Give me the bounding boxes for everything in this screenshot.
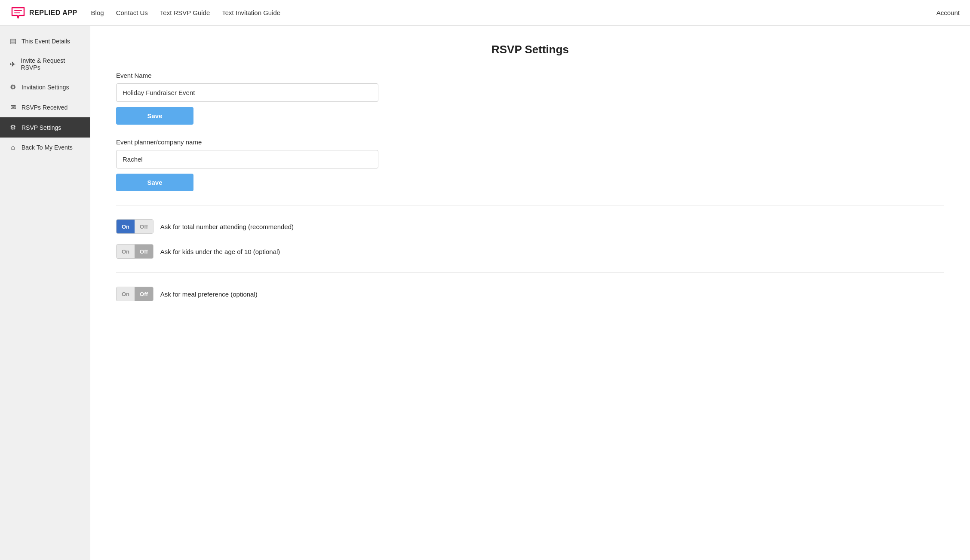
main-content: RSVP Settings Event Name Save Event plan… — [90, 26, 970, 560]
send-icon: ✈ — [9, 60, 17, 68]
nav-links: Blog Contact Us Text RSVP Guide Text Inv… — [91, 9, 936, 16]
toggle-total-attending-description: Ask for total number attending (recommen… — [160, 223, 294, 230]
toggle-off-label-inactive: Off — [135, 220, 153, 233]
sidebar-label-rsvp-settings: RSVP Settings — [21, 124, 61, 131]
event-name-input[interactable] — [116, 83, 378, 102]
divider-1 — [116, 205, 944, 205]
gear-icon-rsvp: ⚙ — [9, 123, 17, 132]
sidebar-item-invitation-settings[interactable]: ⚙ Invitation Settings — [0, 77, 90, 97]
toggle-on-label: On — [117, 220, 135, 233]
toggle-row-meal: On Off Ask for meal preference (optional… — [116, 287, 944, 301]
calendar-icon: ▤ — [9, 37, 17, 45]
sidebar-item-rsvps-received[interactable]: ✉ RSVPs Received — [0, 97, 90, 117]
event-name-save-button[interactable]: Save — [116, 107, 193, 125]
replied-app-logo-icon — [10, 5, 26, 21]
text-rsvp-guide-link[interactable]: Text RSVP Guide — [160, 9, 210, 16]
logo-area[interactable]: REPLIED APP — [10, 5, 77, 21]
text-invitation-guide-link[interactable]: Text Invitation Guide — [222, 9, 280, 16]
sidebar-label-invite-request-rsvps: Invite & Request RSVPs — [21, 57, 81, 71]
sidebar-label-rsvps-received: RSVPs Received — [21, 104, 68, 111]
toggle-off-label-active: Off — [135, 245, 153, 258]
toggle-on-label-inactive: On — [117, 245, 135, 258]
planner-label: Event planner/company name — [116, 138, 944, 146]
toggle-meal[interactable]: On Off — [116, 287, 153, 301]
event-name-section: Event Name Save — [116, 72, 944, 125]
home-icon: ⌂ — [9, 144, 17, 151]
sidebar-item-invite-request-rsvps[interactable]: ✈ Invite & Request RSVPs — [0, 51, 90, 77]
sidebar-label-this-event-details: This Event Details — [21, 38, 70, 45]
page-layout: ▤ This Event Details ✈ Invite & Request … — [0, 26, 970, 560]
toggle-on-label-meal-inactive: On — [117, 287, 135, 301]
divider-2 — [116, 272, 944, 273]
toggle-kids-description: Ask for kids under the age of 10 (option… — [160, 248, 280, 255]
toggle-row-total-attending: On Off Ask for total number attending (r… — [116, 219, 944, 234]
page-title: RSVP Settings — [116, 43, 944, 56]
sidebar: ▤ This Event Details ✈ Invite & Request … — [0, 26, 90, 560]
account-link[interactable]: Account — [936, 9, 960, 16]
top-navigation: REPLIED APP Blog Contact Us Text RSVP Gu… — [0, 0, 970, 26]
planner-save-button[interactable]: Save — [116, 174, 193, 191]
toggle-total-attending[interactable]: On Off — [116, 219, 153, 234]
event-name-label: Event Name — [116, 72, 944, 79]
sidebar-item-back-to-my-events[interactable]: ⌂ Back To My Events — [0, 138, 90, 157]
contact-us-link[interactable]: Contact Us — [116, 9, 148, 16]
sidebar-item-rsvp-settings[interactable]: ⚙ RSVP Settings — [0, 117, 90, 138]
sidebar-label-invitation-settings: Invitation Settings — [21, 84, 69, 91]
planner-section: Event planner/company name Save — [116, 138, 944, 191]
toggle-meal-description: Ask for meal preference (optional) — [160, 291, 258, 298]
toggle-off-meal-label: Off — [135, 287, 153, 301]
toggle-kids[interactable]: On Off — [116, 244, 153, 259]
logo-text: REPLIED APP — [29, 9, 77, 17]
blog-link[interactable]: Blog — [91, 9, 104, 16]
envelope-icon: ✉ — [9, 103, 17, 111]
planner-input[interactable] — [116, 150, 378, 168]
gear-icon-invitation: ⚙ — [9, 83, 17, 91]
sidebar-label-back-to-my-events: Back To My Events — [21, 144, 73, 151]
toggle-row-kids: On Off Ask for kids under the age of 10 … — [116, 244, 944, 259]
sidebar-item-this-event-details[interactable]: ▤ This Event Details — [0, 31, 90, 51]
